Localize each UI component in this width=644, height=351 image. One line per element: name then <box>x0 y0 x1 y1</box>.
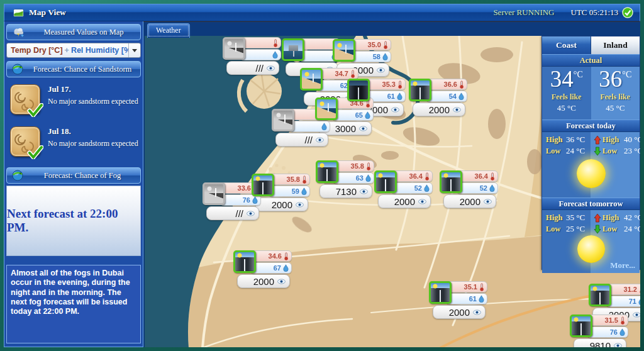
station-photo-icon <box>374 170 397 193</box>
station-marker[interactable]: 31.5 76 9810 <box>570 315 631 347</box>
today-coast-low: 24 °C <box>566 146 592 156</box>
visibility-value: 2000 <box>253 276 274 287</box>
temperature-value: 36.4 <box>475 172 488 180</box>
server-status: Server RUNNING <box>493 8 554 18</box>
droplet-icon <box>283 264 289 272</box>
station-photo-icon <box>300 68 323 91</box>
thermometer-icon <box>479 283 484 291</box>
station-marker[interactable]: 35.8 63 7130 <box>316 160 377 201</box>
thermometer-icon <box>620 316 625 325</box>
station-photo-icon <box>316 160 338 183</box>
station-photo-icon <box>252 174 274 196</box>
tab-inland[interactable]: Inland <box>591 36 640 54</box>
coast-actual: 34°C Feels like 45 °C <box>542 67 591 120</box>
visibility-value: 7130 <box>336 186 357 197</box>
eye-icon <box>316 137 324 143</box>
tab-coast[interactable]: Coast <box>542 36 591 54</box>
dropdown-arrow-button[interactable] <box>128 43 140 57</box>
humidity-value: 58 <box>373 53 380 60</box>
dropdown-option-humidity: Rel Humidity [%] <box>71 46 128 55</box>
droplet-icon <box>365 174 371 182</box>
temperature-value: 33.6 <box>238 184 251 192</box>
droplet-icon <box>638 298 640 305</box>
humidity-value: 61 <box>387 92 395 100</box>
station-marker[interactable]: 36.4 52 2000 <box>374 170 436 211</box>
visibility-value: /// <box>255 63 264 74</box>
humidity-value: 54 <box>449 92 457 100</box>
humidity-value: 52 <box>414 184 422 192</box>
droplet-icon <box>301 187 307 195</box>
tomorrow-coast-low: 25 °C <box>566 224 592 234</box>
station-photo-icon <box>233 250 256 273</box>
droplet-icon <box>272 51 278 58</box>
tab-weather[interactable]: Weather <box>147 23 190 38</box>
station-marker[interactable]: 36.6 54 2000 <box>409 79 470 119</box>
station-photo-icon <box>315 98 338 120</box>
sandstorm-icon <box>10 84 40 114</box>
station-photo-icon <box>333 39 355 62</box>
measured-values-dropdown[interactable]: Temp Dry [°C]+Rel Humidity [%] <box>6 43 141 58</box>
check-icon <box>27 145 43 159</box>
globe-forecast-icon <box>12 64 23 75</box>
station-marker[interactable]: /// <box>223 37 284 77</box>
inland-temperature: 36 <box>599 66 622 92</box>
station-photo-icon <box>203 182 225 205</box>
temperature-value: 34.6 <box>269 252 282 260</box>
station-marker[interactable]: 34.6 67 2000 <box>233 250 295 291</box>
visibility-value: 2000 <box>449 307 470 318</box>
eye-icon <box>277 279 286 284</box>
droplet-icon <box>489 184 495 192</box>
temperature-value: 35.0 <box>368 41 381 48</box>
visibility-value: 2000 <box>429 104 450 115</box>
station-photo-icon <box>429 281 452 304</box>
tomorrow-coast-high: 35 °C <box>566 213 592 223</box>
station-photo-icon <box>347 79 370 101</box>
today-inland-high: 40 °C <box>624 135 640 145</box>
visibility-value: /// <box>235 208 243 219</box>
droplet-icon <box>619 328 625 336</box>
humidity-value: 76 <box>243 196 250 204</box>
thermometer-icon <box>425 172 430 181</box>
more-link[interactable]: More... <box>610 260 635 270</box>
check-icon <box>27 103 43 117</box>
visibility-value: /// <box>304 135 313 145</box>
visibility-value: 9810 <box>590 340 611 348</box>
eye-icon <box>377 67 385 73</box>
thermometer-icon <box>459 81 464 89</box>
station-marker[interactable]: 36.4 52 2000 <box>440 170 501 211</box>
humidity-value: 76 <box>610 328 618 336</box>
temperature-value: 35.8 <box>351 162 364 170</box>
eye-icon <box>614 343 622 348</box>
eye-icon <box>453 107 461 113</box>
visibility-value: 3000 <box>335 123 356 134</box>
thermometer-icon <box>383 41 388 49</box>
sun-icon <box>577 235 605 263</box>
title-bar: Map View Server RUNNING UTC 05:21:13 <box>4 4 640 21</box>
map-view-icon <box>13 8 24 18</box>
map-area: Weather <box>143 21 640 347</box>
forecast-text: No major sandstorm expected <box>48 139 138 148</box>
eye-icon <box>247 211 255 216</box>
thermometer-icon <box>350 70 355 78</box>
droplet-icon <box>458 92 464 100</box>
humidity-value: 61 <box>469 295 477 303</box>
ok-check-icon <box>622 7 633 18</box>
thermometer-icon <box>302 176 307 184</box>
sidebar: Measured Values on Map Temp Dry [°C]+Rel… <box>4 21 143 347</box>
coast-feels-like: 45 °C <box>542 103 591 113</box>
app-window: Map View Server RUNNING UTC 05:21:13 <box>0 0 644 351</box>
temperature-value: 31.5 <box>605 316 618 324</box>
map-canvas[interactable]: /// <box>145 36 640 347</box>
station-marker[interactable]: 35.1 61 2000 <box>429 281 491 321</box>
visibility-value: 2000 <box>272 199 292 210</box>
station-photo-icon <box>589 284 611 306</box>
forecast-today-section: High 36 °C High 40 °C Low 24 °C Low 23 °… <box>542 132 640 198</box>
station-photo-icon <box>570 315 592 337</box>
droplet-icon <box>321 123 327 130</box>
utc-clock: UTC 05:21:13 <box>571 8 618 18</box>
tomorrow-inland-high: 42 °C <box>624 213 640 223</box>
eye-icon <box>391 107 399 113</box>
humidity-value: 65 <box>355 111 363 119</box>
thermometer-icon <box>397 81 402 89</box>
actual-header: Actual <box>542 54 640 67</box>
